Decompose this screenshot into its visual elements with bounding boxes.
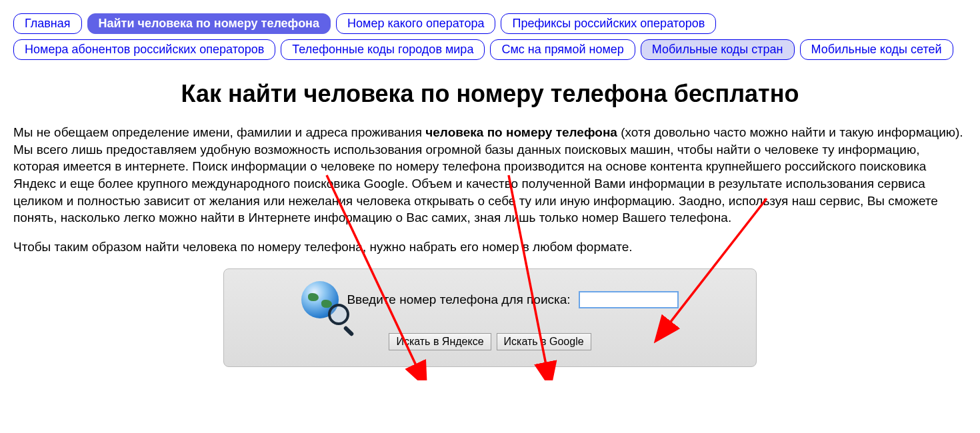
nav-item-subscriber-numbers[interactable]: Номера абонентов российских операторов (13, 39, 275, 60)
nav-item-city-codes[interactable]: Телефонные коды городов мира (281, 39, 485, 60)
nav-item-prefixes[interactable]: Префиксы российских операторов (501, 13, 716, 34)
instruction-paragraph: Чтобы таким образом найти человека по но… (13, 238, 967, 256)
page-title: Как найти человека по номеру телефона бе… (13, 80, 967, 108)
search-box: Введите номер телефона для поиска: Искат… (223, 268, 757, 367)
search-yandex-button[interactable]: Искать в Яндексе (389, 333, 491, 350)
search-label: Введите номер телефона для поиска: (347, 292, 570, 307)
intro-text-bold: человека по номеру телефона (425, 125, 617, 139)
nav-item-mobile-network-codes[interactable]: Мобильные коды сетей (800, 39, 953, 60)
search-top-row: Введите номер телефона для поиска: (237, 281, 743, 318)
globe-search-icon (301, 281, 339, 318)
nav-item-mobile-country-codes[interactable]: Мобильные коды стран (641, 39, 795, 60)
nav-item-home[interactable]: Главная (13, 13, 82, 34)
top-nav: Главная Найти человека по номеру телефон… (13, 13, 967, 60)
nav-item-find-person[interactable]: Найти человека по номеру телефона (87, 13, 331, 34)
phone-number-input[interactable] (579, 291, 679, 308)
intro-paragraph: Мы не обещаем определение имени, фамилии… (13, 124, 967, 226)
search-buttons-row: Искать в Яндексе Искать в Google (237, 333, 743, 350)
search-google-button[interactable]: Искать в Google (497, 333, 591, 350)
nav-item-sms-direct[interactable]: Смс на прямой номер (490, 39, 635, 60)
intro-text-post: (хотя довольно часто можно найти и такую… (13, 125, 963, 224)
intro-text-pre: Мы не обещаем определение имени, фамилии… (13, 125, 425, 139)
nav-item-operator-number[interactable]: Номер какого оператора (336, 13, 495, 34)
